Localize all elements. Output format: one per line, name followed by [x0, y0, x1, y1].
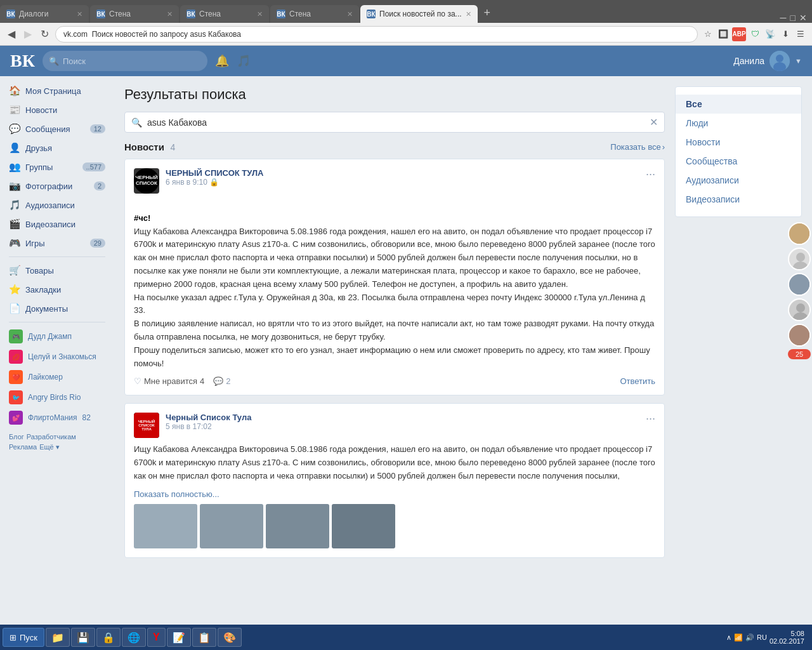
post-2-author[interactable]: Черный Список Тула — [166, 413, 639, 422]
filter-news[interactable]: Новости — [676, 133, 801, 152]
tab-close-dialogi[interactable]: ✕ — [77, 10, 82, 18]
tab-close-search[interactable]: ✕ — [466, 10, 471, 18]
sidebar-item-goods[interactable]: 🛒 Товары — [0, 261, 114, 280]
lang-indicator[interactable]: RU — [757, 633, 767, 641]
tray-arrow-icon[interactable]: ∧ — [726, 633, 731, 642]
new-tab-button[interactable]: + — [479, 6, 496, 20]
post-1-reply[interactable]: Ответить — [620, 376, 655, 386]
post-1-menu[interactable]: ··· — [646, 168, 655, 180]
sidebar-item-video[interactable]: 🎬 Видеозаписи — [0, 215, 114, 234]
strip-avatar-1[interactable] — [788, 222, 811, 245]
user-avatar — [769, 51, 790, 71]
taskbar-app-save[interactable]: 💾 — [71, 628, 95, 647]
sidebar-item-news[interactable]: 📰 Новости — [0, 100, 114, 119]
post-1-like[interactable]: ♡ Мне нравится 4 — [134, 376, 204, 386]
security-icon[interactable]: 🛡 — [749, 28, 761, 41]
sidebar-app-flirt[interactable]: 💕 ФлиртоМания 82 — [0, 408, 114, 428]
network-icon[interactable]: 📶 — [734, 633, 743, 642]
taskbar-app-folder[interactable]: 📁 — [46, 628, 70, 647]
tab-stena1[interactable]: ВК Стена ✕ — [90, 5, 179, 23]
search-clear-button[interactable]: ✕ — [650, 116, 658, 128]
taskbar-app-chrome[interactable]: 🌐 — [122, 628, 146, 647]
cast-icon[interactable]: 📡 — [764, 28, 776, 41]
filter-audio[interactable]: Аудиозаписи — [676, 171, 801, 190]
bookmark-icon[interactable]: ☆ — [702, 28, 714, 41]
tab-stena2[interactable]: ВК Стена ✕ — [180, 5, 269, 23]
tab-dialogi[interactable]: ВК Диалоги ✕ — [0, 5, 89, 23]
sidebar-app-likometer[interactable]: ❤️ Лайкомер — [0, 367, 114, 387]
post-1-author[interactable]: ЧЕРНЫЙ СПИСОК ТУЛА — [166, 168, 639, 178]
footer-blog-link[interactable]: Блог — [9, 433, 24, 441]
post-image-2[interactable] — [200, 504, 263, 548]
strip-avatar-4[interactable] — [788, 298, 811, 321]
volume-icon[interactable]: 🔊 — [745, 633, 754, 642]
maximize-icon[interactable]: □ — [790, 13, 796, 23]
strip-avatar-5[interactable] — [788, 324, 811, 347]
taskbar-app-security[interactable]: 🔒 — [96, 628, 121, 647]
reload-button[interactable]: ↻ — [38, 28, 51, 40]
forward-button[interactable]: ▶ — [22, 28, 34, 40]
user-dropdown-icon[interactable]: ▼ — [795, 57, 802, 65]
taskbar-app-clipboard[interactable]: 📋 — [192, 628, 216, 647]
start-button[interactable]: ⊞ Пуск — [3, 628, 44, 647]
minimize-icon[interactable]: ─ — [780, 13, 787, 23]
close-window-icon[interactable]: ✕ — [799, 13, 807, 23]
tab-close-stena3[interactable]: ✕ — [347, 10, 353, 18]
extension-icon[interactable]: 🔲 — [717, 28, 730, 41]
sidebar-app-angry-birds[interactable]: 🐦 Angry Birds Rio — [0, 387, 114, 408]
download-icon[interactable]: ⬇ — [779, 28, 792, 41]
filter-people[interactable]: Люди — [676, 114, 801, 133]
show-all-link[interactable]: Показать все › — [610, 142, 665, 152]
sidebar-app-kiss[interactable]: 💋 Целуй и Знакомься — [0, 347, 114, 367]
sidebar-item-photos[interactable]: 📷 Фотографии 2 — [0, 176, 114, 196]
sidebar-item-games[interactable]: 🎮 Игры 29 — [0, 234, 114, 253]
sidebar-item-messages[interactable]: 💬 Сообщения 12 — [0, 119, 114, 138]
post-image-1[interactable] — [134, 504, 197, 548]
sidebar-label-goods: Товары — [25, 266, 54, 275]
filter-all[interactable]: Все — [676, 95, 801, 114]
sidebar-item-audio[interactable]: 🎵 Аудиозаписи — [0, 196, 114, 215]
post-2-menu[interactable]: ··· — [646, 413, 655, 424]
sidebar-item-friends[interactable]: 👤 Друзья — [0, 138, 114, 157]
tab-close-stena2[interactable]: ✕ — [257, 10, 263, 18]
vk-search-input[interactable] — [43, 51, 207, 71]
start-icon: ⊞ — [10, 633, 16, 642]
post-image-3[interactable] — [266, 504, 329, 548]
taskbar-app-paint[interactable]: 🎨 — [218, 628, 242, 647]
vk-tab-icon: ВК — [277, 10, 285, 18]
messages-badge: 12 — [90, 124, 105, 133]
footer-more-link[interactable]: Ещё ▾ — [39, 443, 60, 451]
taskbar-app-yandex[interactable]: Y — [147, 628, 166, 647]
filter-communities[interactable]: Сообщества — [676, 152, 801, 171]
post-1-comments[interactable]: 💬 2 — [213, 376, 230, 386]
taskbar-clock[interactable]: 5:08 02.02.2017 — [769, 630, 804, 645]
taskbar-app-word[interactable]: 📝 — [167, 628, 191, 647]
sidebar-item-documents[interactable]: 📄 Документы — [0, 299, 114, 318]
post-2-read-more[interactable]: Показать полностью... — [134, 489, 219, 499]
menu-icon[interactable]: ☰ — [794, 28, 807, 41]
post-1-avatar[interactable]: ЧЕРНЫЙСПИСОК — [134, 168, 159, 194]
sidebar-app-doodle[interactable]: 🎮 Дудл Джамп — [0, 326, 114, 347]
sidebar-item-groups[interactable]: 👥 Группы ..577 — [0, 157, 114, 176]
adblock-icon[interactable]: ABP — [732, 27, 746, 41]
filter-video[interactable]: Видеозаписи — [676, 190, 801, 209]
sidebar-item-bookmarks[interactable]: ⭐ Закладки — [0, 280, 114, 299]
tab-stena3[interactable]: ВК Стена ✕ — [270, 5, 359, 23]
strip-avatar-2[interactable] — [788, 248, 811, 270]
post-2-avatar[interactable]: ЧЕРНЫЙСПИСОКТУЛА — [134, 413, 159, 438]
back-button[interactable]: ◀ — [5, 28, 18, 40]
notification-icon[interactable]: 🔔 — [215, 54, 229, 68]
footer-ads-link[interactable]: Реклама — [9, 443, 37, 451]
search-input-field[interactable] — [147, 117, 645, 128]
address-bar[interactable] — [55, 26, 698, 43]
post-image-4[interactable] — [332, 504, 395, 548]
strip-avatar-3[interactable] — [788, 273, 811, 296]
sidebar-item-my-page[interactable]: 🏠 Моя Страница — [0, 81, 114, 100]
vk-user-menu[interactable]: Данила ▼ — [733, 51, 802, 71]
tab-search[interactable]: ВК Поиск новостей по за... ✕ — [360, 5, 478, 23]
music-icon[interactable]: 🎵 — [237, 54, 251, 68]
footer-dev-link[interactable]: Разработчикам — [27, 433, 76, 441]
tab-close-stena1[interactable]: ✕ — [167, 10, 173, 18]
tab-label: Стена — [289, 10, 311, 18]
strip-count[interactable]: 25 — [788, 349, 811, 359]
